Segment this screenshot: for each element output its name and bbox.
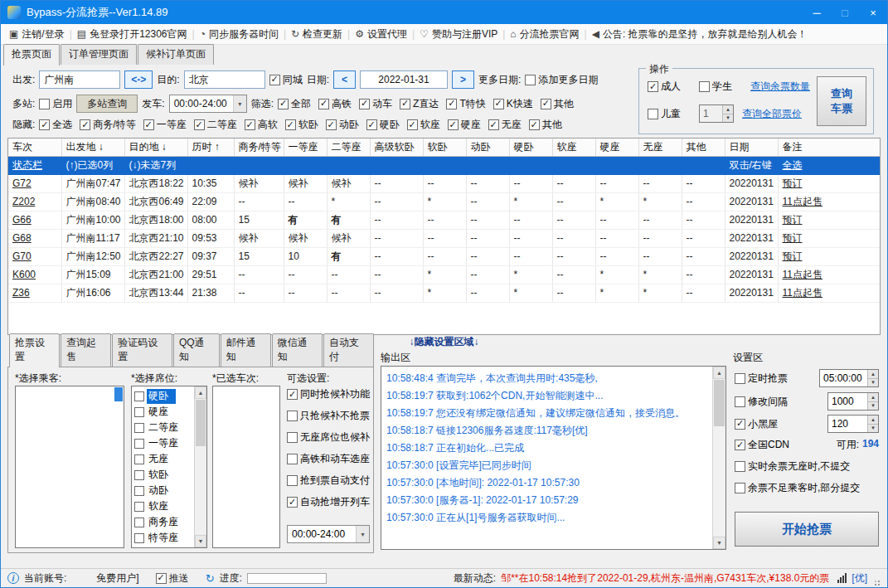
resize-grip[interactable] bbox=[872, 579, 881, 587]
spin-down-icon[interactable]: ▾ bbox=[868, 401, 878, 411]
grab-option-3[interactable]: 高铁和动车选座 bbox=[287, 452, 370, 466]
blackroom-checkbox[interactable]: 小黑屋 bbox=[735, 417, 778, 431]
hide-option-8[interactable]: 软座 bbox=[407, 118, 440, 132]
query-tickets-button[interactable]: 查询车票 bbox=[817, 76, 866, 126]
menu-announcement[interactable]: ◀公告: 抢票靠的是坚持，放弃就是给别人机会！ bbox=[587, 27, 813, 41]
table-row[interactable]: G72广州南07:47北京西18:2210:35候补候补候补----------… bbox=[8, 174, 881, 192]
book-link[interactable]: 预订 bbox=[778, 211, 881, 229]
book-link[interactable]: 11点起售 bbox=[778, 284, 881, 302]
hide-option-3[interactable]: 二等座 bbox=[194, 118, 237, 132]
book-link[interactable]: 预订 bbox=[778, 247, 881, 265]
tab-captcha-settings[interactable]: 验证码设置 bbox=[112, 333, 172, 367]
column-header-4[interactable]: 商务/特等 bbox=[234, 138, 284, 156]
column-header-1[interactable]: 出发地 ↓ bbox=[61, 138, 124, 156]
seat-option-8[interactable]: 商务座 bbox=[132, 514, 193, 530]
grab-option-0[interactable]: 同时抢候补功能 bbox=[287, 387, 370, 401]
seat-scrollbar[interactable]: ▲ ▼ bbox=[194, 386, 206, 547]
seat-listbox[interactable]: 硬卧硬座二等座一等座无座软卧动卧软座商务座特等座 ▲ ▼ bbox=[131, 386, 207, 548]
train-number-link[interactable]: K600 bbox=[8, 265, 61, 284]
status-bar-link[interactable]: 状态栏 bbox=[8, 156, 61, 174]
from-station-input[interactable]: 广州南 bbox=[39, 70, 120, 89]
column-header-12[interactable]: 硬座 bbox=[595, 138, 638, 156]
column-header-16[interactable]: 备注 bbox=[778, 138, 881, 156]
menu-logout-login[interactable]: ▣注销/登录 bbox=[4, 27, 70, 41]
book-link[interactable]: 预订 bbox=[778, 174, 881, 192]
tab-email-notify[interactable]: 邮件通知 bbox=[221, 333, 271, 367]
table-row[interactable]: Z36广州16:06北京西13:4421:38--------*--*--**-… bbox=[8, 284, 881, 302]
hide-option-11[interactable]: 其他 bbox=[529, 118, 562, 132]
start-grab-button[interactable]: 开始抢票 bbox=[735, 512, 879, 547]
status-row[interactable]: 状态栏(↑)已选0列(↓)未选7列双击/右键全选 bbox=[8, 156, 881, 174]
tab-qq-notify[interactable]: QQ通知 bbox=[173, 333, 220, 367]
passenger-listbox[interactable] bbox=[15, 386, 124, 548]
seat-option-6[interactable]: 动卧 bbox=[132, 483, 193, 498]
column-header-8[interactable]: 软卧 bbox=[423, 138, 466, 156]
seat-option-5[interactable]: 软卧 bbox=[132, 467, 193, 483]
filter-option-2[interactable]: 动车 bbox=[359, 97, 392, 111]
train-number-link[interactable]: G72 bbox=[8, 174, 61, 192]
tab-order-page[interactable]: 订单管理页面 bbox=[61, 44, 137, 65]
column-header-14[interactable]: 其他 bbox=[682, 138, 725, 156]
to-station-input[interactable]: 北京 bbox=[184, 70, 265, 89]
menu-open-12306[interactable]: ▤免登录打开12306官网 bbox=[72, 27, 192, 41]
tab-grab-settings[interactable]: 抢票设置 bbox=[9, 333, 60, 367]
seat-option-0[interactable]: 硬卧 bbox=[132, 388, 193, 404]
grab-option-4[interactable]: 抢到票自动支付 bbox=[287, 474, 370, 488]
filter-option-6[interactable]: 其他 bbox=[541, 97, 574, 111]
menu-check-update[interactable]: ↻检查更新 bbox=[286, 27, 347, 41]
book-link[interactable]: 11点起售 bbox=[778, 265, 881, 284]
train-number-link[interactable]: G66 bbox=[8, 211, 61, 229]
hide-option-2[interactable]: 一等座 bbox=[143, 118, 187, 132]
scrollbar-thumb[interactable] bbox=[714, 380, 725, 426]
menu-sync-server-time[interactable]: ◔同步服务器时间 bbox=[195, 27, 284, 41]
partial-submit-checkbox[interactable]: 余票不足乘客时,部分提交 bbox=[735, 481, 860, 495]
column-header-13[interactable]: 无座 bbox=[638, 138, 682, 156]
timed-grab-time-spinner[interactable]: 05:00:00 ▴ ▾ bbox=[819, 369, 879, 387]
minimize-icon[interactable]: ─ bbox=[803, 1, 831, 24]
filter-option-3[interactable]: Z直达 bbox=[400, 97, 439, 111]
menu-official-site[interactable]: ⌂分流抢票官网 bbox=[505, 27, 584, 41]
next-date-button[interactable]: > bbox=[452, 70, 474, 89]
time-range-select[interactable]: 00:00-24:00 ▾ bbox=[287, 525, 370, 543]
train-number-link[interactable]: Z202 bbox=[8, 192, 61, 211]
seat-option-7[interactable]: 软座 bbox=[132, 498, 193, 514]
column-header-7[interactable]: 高级软卧 bbox=[370, 138, 423, 156]
scroll-up-icon[interactable]: ▲ bbox=[195, 386, 206, 399]
table-row[interactable]: K600广州15:09北京西21:0029:51--------*--*--**… bbox=[8, 265, 881, 284]
hide-option-7[interactable]: 硬卧 bbox=[366, 118, 400, 132]
seat-option-2[interactable]: 二等座 bbox=[132, 420, 193, 435]
swap-stations-button[interactable]: <-> bbox=[124, 70, 153, 89]
scrollbar-thumb[interactable] bbox=[114, 387, 123, 401]
spin-down-icon[interactable]: ▾ bbox=[868, 378, 878, 387]
hide-option-4[interactable]: 高软 bbox=[245, 118, 278, 132]
column-header-0[interactable]: 车次 bbox=[8, 138, 61, 156]
hide-option-0[interactable]: 全选 bbox=[39, 118, 72, 132]
modify-interval-checkbox[interactable]: 修改间隔 bbox=[735, 395, 788, 409]
table-row[interactable]: G70广州南12:50北京西22:2709:371510有-----------… bbox=[8, 247, 881, 265]
child-count-spinner[interactable]: 1 ▴ ▾ bbox=[699, 104, 734, 123]
seat-option-1[interactable]: 硬座 bbox=[132, 404, 193, 420]
hide-option-1[interactable]: 商务/特等 bbox=[80, 118, 135, 132]
hide-option-6[interactable]: 动卧 bbox=[326, 118, 359, 132]
tab-auto-pay[interactable]: 自动支付 bbox=[323, 333, 374, 367]
spin-up-icon[interactable]: ▴ bbox=[868, 393, 878, 401]
scroll-up-icon[interactable]: ▲ bbox=[713, 367, 725, 379]
selected-trains-listbox[interactable] bbox=[212, 386, 280, 548]
tab-waitlist-page[interactable]: 候补订单页面 bbox=[138, 44, 214, 65]
prev-date-button[interactable]: < bbox=[333, 70, 356, 89]
hide-option-5[interactable]: 软卧 bbox=[285, 118, 318, 132]
multi-station-enable-checkbox[interactable]: 启用 bbox=[39, 97, 72, 111]
train-number-link[interactable]: G68 bbox=[8, 229, 61, 247]
column-header-9[interactable]: 动卧 bbox=[466, 138, 509, 156]
select-all-link[interactable]: 全选 bbox=[778, 156, 881, 174]
filter-option-5[interactable]: K快速 bbox=[493, 97, 533, 111]
scrollbar-thumb[interactable] bbox=[196, 400, 206, 446]
query-all-price-link[interactable]: 查询全部票价 bbox=[742, 107, 802, 121]
hide-option-9[interactable]: 硬座 bbox=[448, 118, 481, 132]
train-number-link[interactable]: Z36 bbox=[8, 284, 61, 302]
tab-wechat-notify[interactable]: 微信通知 bbox=[272, 333, 323, 367]
column-header-6[interactable]: 二等座 bbox=[327, 138, 370, 156]
table-row[interactable]: G68广州南11:17北京西21:1009:53候补候补候补----------… bbox=[8, 229, 881, 247]
multi-station-query-button[interactable]: 多站查询 bbox=[76, 95, 138, 113]
scroll-down-icon[interactable]: ▼ bbox=[713, 537, 725, 549]
